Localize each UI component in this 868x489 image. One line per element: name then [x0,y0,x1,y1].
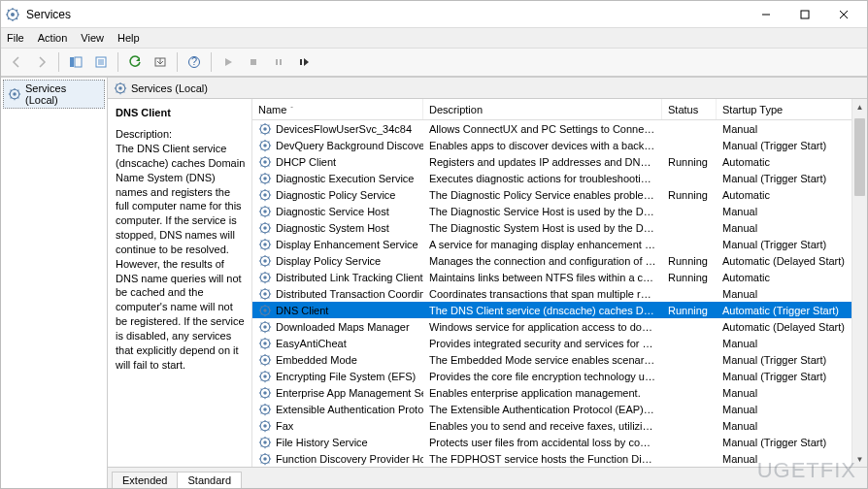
refresh-button[interactable] [123,50,147,74]
service-description: The Embedded Mode service enables scenar… [423,354,662,366]
service-row[interactable]: Downloaded Maps ManagerWindows service f… [252,318,867,335]
menu-file[interactable]: File [7,32,24,44]
service-row[interactable]: Function Discovery Provider HostThe FDPH… [252,450,867,467]
restart-service-button[interactable] [292,50,316,74]
column-name[interactable]: Nameˆ [252,99,423,119]
gear-icon [258,304,272,317]
service-row[interactable]: Distributed Transaction CoordinatorCoord… [252,285,867,302]
toolbar-separator [177,52,178,72]
svg-rect-15 [75,57,82,67]
gear-icon [258,155,272,169]
close-button[interactable] [824,2,863,27]
minimize-button[interactable] [747,2,785,27]
service-name: Function Discovery Provider Host [276,453,423,465]
service-name: Diagnostic System Host [276,222,389,234]
service-row[interactable]: Embedded ModeThe Embedded Mode service e… [252,351,867,368]
pane-header: Services (Local) [108,78,867,99]
vertical-scrollbar[interactable]: ▲ ▼ [851,99,867,467]
service-row[interactable]: Diagnostic Service HostThe Diagnostic Se… [252,203,867,219]
toolbar-separator [211,52,212,72]
service-status: Running [662,189,717,201]
service-description: The FDPHOST service hosts the Function D… [423,453,662,465]
gear-icon [258,353,272,367]
svg-rect-25 [280,59,282,65]
content: Services (Local) Services (Local) DNS Cl… [1,77,867,488]
properties-button[interactable] [89,50,113,74]
service-row[interactable]: Diagnostic Policy ServiceThe Diagnostic … [252,186,867,203]
tab-standard[interactable]: Standard [177,472,242,488]
service-row[interactable]: DevicesFlowUserSvc_34c84Allows ConnectUX… [252,120,867,137]
service-name: Fax [276,420,293,432]
service-description: Registers and updates IP addresses and D… [423,156,662,168]
gear-icon [258,254,272,268]
gear-icon [258,188,272,202]
service-startup: Automatic [717,156,858,168]
export-button[interactable] [149,50,172,74]
description-label: Description: [116,128,246,140]
window-title: Services [26,8,747,21]
gear-icon [258,287,272,301]
scroll-down-icon[interactable]: ▼ [852,451,867,467]
service-row[interactable]: DNS ClientThe DNS Client service (dnscac… [252,302,867,318]
service-row[interactable]: Display Policy ServiceManages the connec… [252,252,867,269]
column-startup[interactable]: Startup Type [717,99,858,119]
gear-icon [258,221,272,235]
column-description[interactable]: Description [423,99,662,119]
gear-icon [8,87,21,101]
tree-node-services-local[interactable]: Services (Local) [3,80,105,109]
service-row[interactable]: Diagnostic Execution ServiceExecutes dia… [252,170,867,186]
maximize-button[interactable] [785,2,824,27]
column-status[interactable]: Status [662,99,717,119]
menu-help[interactable]: Help [117,32,140,44]
service-row[interactable]: Enterprise App Management ServiceEnables… [252,384,867,401]
start-service-button[interactable] [217,50,240,74]
tree-pane: Services (Local) [1,77,108,488]
service-name: Diagnostic Service Host [276,206,389,217]
service-row[interactable]: Display Enhancement ServiceA service for… [252,236,867,252]
tab-extended[interactable]: Extended [112,472,178,488]
svg-text:?: ? [191,55,197,67]
service-row[interactable]: DevQuery Background Discovery BrokerEnab… [252,137,867,153]
service-row[interactable]: Diagnostic System HostThe Diagnostic Sys… [252,219,867,236]
service-description: Enables enterprise application managemen… [423,387,662,399]
service-row[interactable]: File History ServiceProtects user files … [252,434,867,450]
service-row[interactable]: Encrypting File System (EFS)Provides the… [252,368,867,384]
service-row[interactable]: DHCP ClientRegisters and updates IP addr… [252,153,867,170]
service-row[interactable]: Extensible Authentication ProtocolThe Ex… [252,401,867,417]
service-startup: Automatic (Delayed Start) [717,255,858,267]
service-name: DevicesFlowUserSvc_34c84 [276,123,412,135]
service-startup: Manual [717,222,858,234]
service-status: Running [662,156,717,168]
service-startup: Automatic (Delayed Start) [717,321,858,333]
pause-service-button[interactable] [267,50,290,74]
service-startup: Manual [717,404,858,415]
scroll-up-icon[interactable]: ▲ [852,99,867,114]
service-startup: Manual (Trigger Start) [717,354,858,366]
stop-service-button[interactable] [242,50,265,74]
gear-icon [258,271,272,284]
service-description: Coordinates transactions that span multi… [423,288,662,300]
service-name: DHCP Client [276,156,336,168]
svg-rect-24 [276,59,278,65]
nav-back-button[interactable] [5,50,28,74]
service-name: Distributed Link Tracking Client [276,272,423,283]
service-row[interactable]: FaxEnables you to send and receive faxes… [252,417,867,434]
menu-action[interactable]: Action [38,32,68,44]
description-panel: DNS Client Description: The DNS Client s… [108,99,251,467]
service-row[interactable]: Distributed Link Tracking ClientMaintain… [252,269,867,285]
service-row[interactable]: EasyAntiCheatProvides integrated securit… [252,335,867,351]
scrollbar-thumb[interactable] [854,118,865,196]
gear-icon [258,139,272,152]
svg-rect-14 [70,57,74,67]
service-name: Downloaded Maps Manager [276,321,410,333]
service-name: Enterprise App Management Service [276,387,423,399]
service-startup: Manual (Trigger Start) [717,371,858,382]
service-name: Distributed Transaction Coordinator [276,288,423,300]
service-name: Diagnostic Policy Service [276,189,396,201]
show-hide-tree-button[interactable] [64,50,87,74]
gear-icon [258,238,272,251]
nav-forward-button[interactable] [30,50,53,74]
service-name: File History Service [276,437,368,448]
help-button[interactable]: ? [183,50,206,74]
menu-view[interactable]: View [81,32,104,44]
